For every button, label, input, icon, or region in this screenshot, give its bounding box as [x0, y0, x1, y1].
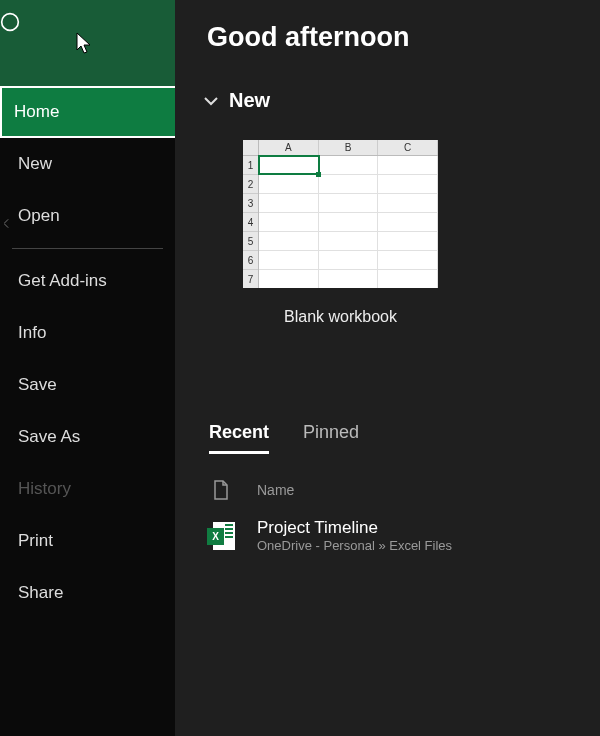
- row-header: 6: [243, 251, 258, 270]
- excel-file-icon: X: [207, 522, 235, 550]
- sheet-col-headers: A B C: [259, 140, 438, 156]
- sheet-row-headers: 1 2 3 4 5 6 7: [243, 156, 259, 288]
- sidebar-item-label: Share: [18, 583, 63, 602]
- sidebar-item-save[interactable]: Save: [0, 359, 175, 411]
- row-header: 3: [243, 194, 258, 213]
- sidebar-item-save-as[interactable]: Save As: [0, 411, 175, 463]
- file-icon-header: [207, 480, 235, 500]
- template-label: Blank workbook: [243, 308, 438, 326]
- sidebar-item-label: Info: [18, 323, 46, 342]
- column-header-name[interactable]: Name: [257, 482, 294, 498]
- template-thumbnail: A B C 1 2 3 4 5 6 7: [243, 140, 438, 288]
- col-header: C: [378, 140, 438, 155]
- row-header: 5: [243, 232, 258, 251]
- main-panel: Good afternoon New A B C 1 2 3 4 5 6 7: [175, 0, 600, 736]
- file-list: Name X Project Timeline OneDrive - Perso…: [203, 474, 572, 561]
- section-new-header[interactable]: New: [203, 89, 572, 112]
- file-name: Project Timeline: [257, 518, 452, 538]
- svg-point-0: [2, 14, 19, 31]
- submenu-indicator-icon: [4, 213, 10, 219]
- recent-tabs: Recent Pinned: [209, 422, 572, 454]
- sidebar-header: [0, 0, 175, 86]
- tab-pinned[interactable]: Pinned: [303, 422, 359, 454]
- row-header: 2: [243, 175, 258, 194]
- tab-recent[interactable]: Recent: [209, 422, 269, 454]
- sidebar-item-label: Save: [18, 375, 57, 394]
- sidebar-item-label: Home: [14, 102, 59, 121]
- sidebar-item-label: Open: [18, 206, 60, 225]
- chevron-down-icon: [203, 93, 219, 109]
- sidebar-item-print[interactable]: Print: [0, 515, 175, 567]
- sidebar-item-info[interactable]: Info: [0, 307, 175, 359]
- document-icon: [215, 481, 227, 499]
- sidebar-item-new[interactable]: New: [0, 138, 175, 190]
- mouse-cursor-icon: [76, 32, 94, 56]
- row-header: 4: [243, 213, 258, 232]
- file-info: Project Timeline OneDrive - Personal » E…: [257, 518, 452, 553]
- row-header: 1: [243, 156, 258, 175]
- sidebar-item-open[interactable]: Open: [0, 190, 175, 242]
- row-header: 7: [243, 270, 258, 288]
- sidebar-item-share[interactable]: Share: [0, 567, 175, 619]
- sidebar-item-get-addins[interactable]: Get Add-ins: [0, 255, 175, 307]
- excel-badge: X: [207, 528, 224, 545]
- sidebar-item-label: Print: [18, 531, 53, 550]
- col-header: B: [319, 140, 379, 155]
- sheet-corner: [243, 140, 259, 156]
- col-header: A: [259, 140, 319, 155]
- back-arrow-icon[interactable]: [0, 12, 20, 32]
- file-path: OneDrive - Personal » Excel Files: [257, 538, 452, 553]
- file-row[interactable]: X Project Timeline OneDrive - Personal »…: [203, 510, 572, 561]
- sidebar-item-label: New: [18, 154, 52, 173]
- sheet-cells: [259, 156, 438, 288]
- sidebar: Home New Open Get Add-ins Info Save Save…: [0, 0, 175, 736]
- file-list-header: Name: [203, 474, 572, 510]
- sidebar-item-history: History: [0, 463, 175, 515]
- sidebar-item-label: History: [18, 479, 71, 498]
- sidebar-item-label: Get Add-ins: [18, 271, 107, 290]
- sidebar-item-label: Save As: [18, 427, 80, 446]
- greeting-heading: Good afternoon: [207, 22, 572, 53]
- template-blank-workbook[interactable]: A B C 1 2 3 4 5 6 7 B: [243, 140, 438, 326]
- section-title: New: [229, 89, 270, 112]
- sidebar-divider: [12, 248, 163, 249]
- sidebar-item-home[interactable]: Home: [0, 86, 175, 138]
